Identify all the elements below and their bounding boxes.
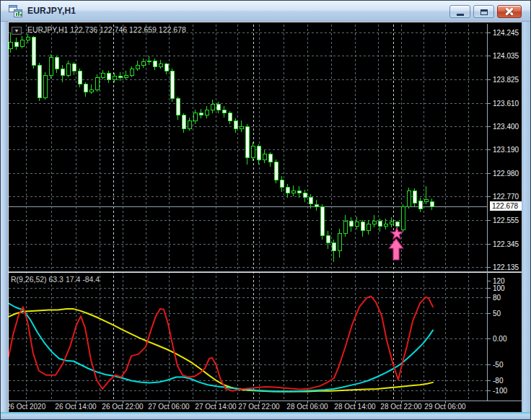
candle <box>55 58 58 69</box>
price-axis-label: 123.190 <box>493 146 522 154</box>
minimize-button[interactable] <box>449 5 470 18</box>
price-axis-label: 122.555 <box>493 216 522 224</box>
candle <box>188 121 191 129</box>
maximize-icon <box>480 9 488 15</box>
time-axis-label: 27 Oct 22:00 <box>238 403 279 411</box>
candle <box>14 42 18 46</box>
candle <box>182 115 185 129</box>
price-axis-label: 124.035 <box>493 52 522 60</box>
minimize-icon <box>457 14 464 16</box>
window-border-bottom <box>1 412 530 419</box>
candle <box>424 200 428 202</box>
candle <box>205 110 209 115</box>
time-axis-label: 26 Oct 22:00 <box>102 403 143 411</box>
current-price-label: 122.678 <box>490 201 522 211</box>
indicator-info: R(9,26,52) 63.3 17.4 -84.4 <box>11 275 100 284</box>
candle <box>176 99 180 115</box>
red-oscillator-line <box>9 296 433 390</box>
candle <box>153 61 157 66</box>
price-axis-label: 122.770 <box>493 193 522 201</box>
candle <box>343 221 347 233</box>
axis-lines <box>9 24 522 403</box>
oscillator-axis-label: 100 <box>493 284 522 292</box>
chart-canvas[interactable] <box>9 22 522 414</box>
window-title: EURJPY,H1 <box>27 1 76 22</box>
candle <box>309 198 312 204</box>
candle <box>338 233 341 251</box>
candle <box>268 154 272 162</box>
app-window: EURJPY,H1 ▼ EURJPY,H1 122.736 122.746 12… <box>0 0 531 420</box>
time-axis-label: 29 Oct 06:00 <box>424 403 465 411</box>
candle <box>320 206 324 235</box>
candle <box>84 84 87 92</box>
candle <box>303 193 307 198</box>
candle <box>367 224 370 231</box>
candle <box>430 202 434 207</box>
ohlc-info: ▼ EURJPY,H1 122.736 122.746 122.659 122.… <box>12 25 186 35</box>
annotations <box>390 228 403 261</box>
candle <box>228 113 232 121</box>
oscillator-axis-label: -100 <box>493 387 522 395</box>
candle <box>72 64 76 71</box>
maximize-button[interactable] <box>473 5 494 18</box>
time-axis-label: 28 Oct 06:00 <box>286 403 328 411</box>
candle <box>170 71 174 99</box>
oscillator-axis-label: -50 <box>493 361 522 369</box>
candlesticks <box>9 32 434 262</box>
candle <box>147 61 151 62</box>
time-axis-label: 28 Oct 14:00 <box>334 403 375 411</box>
candle <box>240 126 243 128</box>
ohlc-text: EURJPY,H1 122.736 122.746 122.659 122.67… <box>27 25 186 34</box>
candle <box>332 243 335 251</box>
candle <box>130 69 133 75</box>
chart-area[interactable]: ▼ EURJPY,H1 122.736 122.746 122.659 122.… <box>8 22 522 414</box>
candle <box>78 71 82 84</box>
candle <box>251 146 255 157</box>
candle <box>26 38 30 40</box>
candle <box>124 75 128 77</box>
candle <box>95 77 99 89</box>
candle <box>32 38 35 66</box>
up-arrow-icon <box>390 239 403 260</box>
candle <box>222 110 226 113</box>
candle <box>326 235 330 243</box>
candle <box>199 113 203 115</box>
time-axis-label: 27 Oct 06:00 <box>148 403 189 411</box>
time-axis-label: 27 Oct 14:00 <box>195 403 236 411</box>
candle <box>395 222 399 227</box>
oscillator-axis-label: 50 <box>493 310 522 318</box>
candle <box>216 104 220 110</box>
oscillator-axis-label: -80 <box>493 377 522 385</box>
candle <box>245 126 249 157</box>
candle <box>280 180 284 188</box>
candle <box>61 69 64 75</box>
candle <box>372 221 376 224</box>
icon-front-pane <box>14 9 22 17</box>
candle <box>101 73 105 77</box>
close-button[interactable] <box>497 5 522 18</box>
candle <box>401 206 405 229</box>
candle <box>234 121 237 129</box>
candle <box>263 154 266 160</box>
candle <box>384 224 387 227</box>
candle <box>20 40 24 46</box>
time-axis-label: 26 Oct 2020 <box>8 403 45 411</box>
price-axis-label: 123.400 <box>493 123 522 131</box>
candle <box>193 113 197 121</box>
price-axis-label: 124.245 <box>493 29 522 37</box>
symbol-dropdown-button[interactable]: ▼ <box>12 27 22 35</box>
candle <box>349 221 353 227</box>
candle <box>257 146 260 160</box>
candle <box>89 89 93 92</box>
candle <box>390 222 393 224</box>
candle <box>378 221 382 227</box>
oscillator-lines <box>9 296 433 391</box>
candle <box>418 201 422 209</box>
window-border-right <box>520 22 530 419</box>
candle <box>164 64 168 71</box>
close-icon <box>505 7 514 17</box>
title-bar[interactable]: EURJPY,H1 <box>1 1 530 22</box>
time-axis-label: 26 Oct 14:00 <box>55 403 96 411</box>
candle <box>407 191 411 207</box>
candle <box>315 204 318 206</box>
